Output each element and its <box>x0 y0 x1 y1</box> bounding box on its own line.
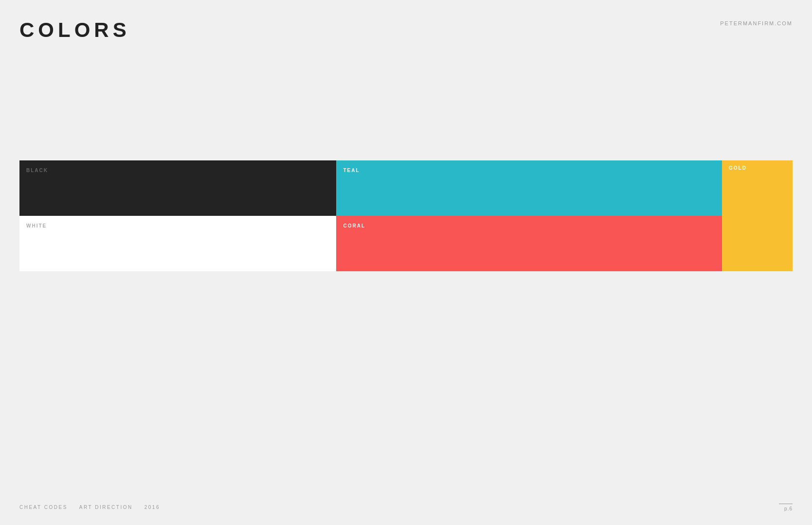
page-title: COLORS <box>19 18 130 42</box>
color-swatch-coral: CORAL <box>336 216 722 271</box>
footer-left: CHEAT CODES ART DIRECTION 2016 <box>19 505 160 510</box>
footer-page-number: p.6 <box>784 506 793 511</box>
footer-brand: CHEAT CODES <box>19 505 68 510</box>
color-swatch-white: WHITE <box>19 216 336 271</box>
color-label-gold: GOLD <box>729 165 786 171</box>
color-grid: BLACK WHITE TEAL CORAL GOLD <box>19 160 793 271</box>
footer-year: 2016 <box>144 505 160 510</box>
color-column-right: GOLD <box>722 160 793 271</box>
color-swatch-teal: TEAL <box>336 160 722 216</box>
footer: CHEAT CODES ART DIRECTION 2016 p.6 <box>19 504 793 512</box>
footer-right: p.6 <box>779 504 793 512</box>
color-swatch-black: BLACK <box>19 160 336 216</box>
website-url: PETERMANFIRM.COM <box>720 20 793 26</box>
color-swatch-gold: GOLD <box>722 160 793 271</box>
footer-category: ART DIRECTION <box>79 505 133 510</box>
color-column-middle: TEAL CORAL <box>336 160 722 271</box>
footer-divider-line <box>779 504 793 505</box>
color-column-left: BLACK WHITE <box>19 160 336 271</box>
color-label-white: WHITE <box>26 223 47 228</box>
color-label-coral: CORAL <box>343 223 365 228</box>
color-label-teal: TEAL <box>343 168 360 173</box>
color-label-black: BLACK <box>26 168 48 173</box>
